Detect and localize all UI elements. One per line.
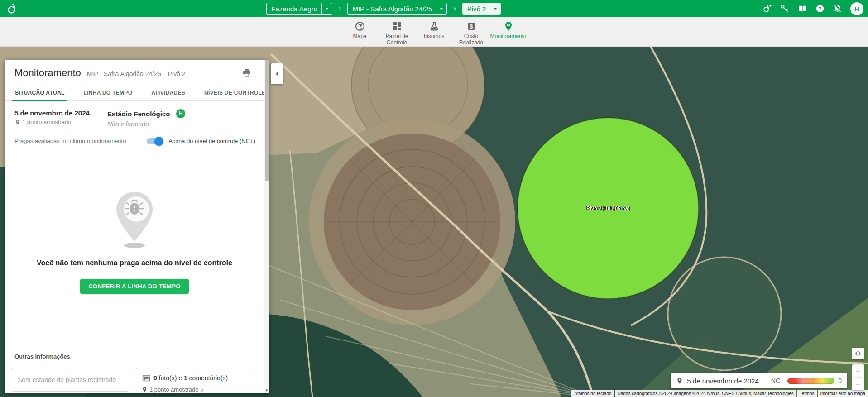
terms-link[interactable]: Termos (797, 390, 817, 397)
field-selector-label: Pivô 2 (467, 5, 486, 13)
geolocate-button[interactable] (852, 348, 864, 359)
aegro-logo[interactable] (6, 3, 18, 14)
divider (765, 376, 765, 386)
nav-item-custo-realizado[interactable]: $ Custo Realizado (453, 17, 490, 46)
app: Pivô 2 (101,05 ha) 5 de novembro de 2024… (0, 0, 868, 397)
monitoring-panel: Monitoramento MIP - Safra Algodão 24/25 … (5, 60, 269, 393)
tab-niveis-de-controle[interactable]: NÍVEIS DE CONTROLE (NC) (201, 85, 269, 100)
help-icon: ? (815, 4, 825, 14)
chevron-down-icon (490, 3, 500, 14)
target-icon (854, 350, 862, 357)
zoom-in-button[interactable]: + (852, 364, 864, 377)
dashboard-icon (392, 21, 403, 32)
sampled-link-label: 1 ponto amostrado (149, 386, 198, 393)
photos-summary: 9 foto(s) e 1 comentário(s) (142, 374, 249, 382)
chevron-right-icon: › (201, 386, 203, 393)
panel-subtitle-field: Pivô 2 (168, 70, 186, 77)
map-attribution: Atalhos do teclado Dados cartográficos ©… (571, 390, 868, 397)
tab-linha-do-tempo[interactable]: LINHA DO TEMPO (81, 85, 135, 100)
money-icon: $ (466, 21, 477, 32)
keyboard-shortcuts-link[interactable]: Atalhos do teclado (571, 390, 614, 397)
user-avatar[interactable]: H (850, 2, 863, 15)
svg-text:$: $ (470, 24, 473, 30)
integrations-button[interactable] (780, 4, 790, 14)
nav-label: Painel de Controle (379, 33, 416, 46)
farm-selector[interactable]: Fazenda Aegro (266, 3, 332, 15)
check-timeline-button[interactable]: CONFERIR A LINHA DO TEMPO (80, 279, 188, 294)
tab-situacao-atual[interactable]: SITUAÇÃO ATUAL (12, 85, 67, 100)
sampled-point-link[interactable]: 1 ponto amostrado › (142, 386, 249, 393)
globe-icon (355, 21, 365, 32)
nc-scale-value: 0 (838, 377, 842, 384)
svg-text:?: ? (819, 6, 822, 11)
key-icon (780, 4, 790, 14)
comments-count: 1 (184, 374, 187, 382)
pin-bug-icon (503, 21, 514, 32)
bell-off-icon (833, 4, 843, 14)
chevron-down-icon (321, 3, 332, 14)
print-button[interactable] (242, 68, 252, 78)
scroll-down-arrow[interactable]: ▼ (265, 388, 269, 392)
breadcrumb: Fazenda Aegro › MIP - Safra Algodão 24/2… (266, 0, 501, 17)
farm-selector-label: Fazenda Aegro (271, 5, 317, 13)
chevron-down-icon (436, 3, 446, 14)
summary-stage-column: Estádio Fenológico H Não informado (107, 109, 185, 128)
nav-item-painel-de-controle[interactable]: Painel de Controle (379, 17, 416, 46)
pin-icon (142, 387, 148, 392)
selected-field-label[interactable]: Pivô 2 (101,05 ha) (586, 206, 630, 211)
panel-tabs: SITUAÇÃO ATUAL LINHA DO TEMPO ATIVIDADES… (5, 85, 269, 101)
stage-label: Estádio Fenológico (107, 110, 170, 118)
tab-atividades[interactable]: ATIVIDADES (149, 85, 188, 100)
knowledge-base-button[interactable] (797, 4, 807, 14)
person-add-icon (762, 4, 772, 14)
chevron-left-icon (273, 72, 278, 76)
stage-help-badge[interactable]: H (176, 109, 185, 118)
monitoring-summary: 5 de novembro de 2024 1 ponto amostrado … (5, 101, 269, 128)
photos-end: comentário(s) (187, 374, 228, 382)
module-toolbar: Mapa Painel de Controle Insumos $ Custo … (0, 17, 868, 47)
photo-icon (142, 374, 151, 382)
page-title: Monitoramento (14, 67, 81, 79)
season-selector[interactable]: MIP - Safra Algodão 24/25 (347, 3, 447, 15)
map-zoom-controls: + − (852, 364, 864, 390)
pin-bug-illustration (108, 190, 161, 250)
breadcrumb-chevron: › (339, 4, 341, 13)
photos-card[interactable]: 9 foto(s) e 1 comentário(s) 1 ponto amos… (136, 368, 254, 393)
map-date-legend: 5 de novembro de 2024 NC+ 0 (671, 373, 847, 388)
nc-toggle-label: Acima do nível de controle (NC+) (168, 138, 255, 144)
nc-scale-label: NC+ (771, 377, 784, 384)
monitoring-date: 5 de novembro de 2024 (14, 109, 107, 117)
printer-icon (242, 68, 251, 77)
nav-item-monitoramento[interactable]: Monitoramento (490, 17, 527, 46)
nc-toggle[interactable] (147, 138, 162, 144)
stage-value: Não informado (107, 120, 185, 128)
notifications-muted-button[interactable] (833, 4, 843, 14)
empty-state-message: Você não tem nenhuma praga acima do níve… (37, 259, 232, 267)
panel-collapse-button[interactable] (271, 63, 283, 84)
nav-item-mapa[interactable]: Mapa (341, 17, 379, 46)
flask-icon (429, 21, 440, 32)
top-bar: Fazenda Aegro › MIP - Safra Algodão 24/2… (0, 0, 868, 17)
panel-scrollbar[interactable]: ▼ (264, 60, 269, 393)
plant-stand-field[interactable]: Sem estande de plantas registrado (12, 368, 129, 392)
nc-toggle-wrap: Acima do nível de controle (NC+) (147, 138, 255, 144)
toggle-knob (154, 137, 163, 146)
scrollbar-thumb[interactable] (265, 60, 269, 181)
invite-user-button[interactable] (762, 4, 772, 14)
report-map-error-link[interactable]: Informar erro no mapa (818, 390, 868, 397)
sampled-points-label: 1 ponto amostrado (22, 119, 71, 125)
pest-filter-label: Pragas avaliadas no último monitoramento (14, 138, 126, 144)
field-selector[interactable]: Pivô 2 (462, 3, 501, 15)
plant-stand-placeholder: Sem estande de plantas registrado (18, 376, 116, 383)
top-bar-actions: ? H (762, 0, 863, 17)
help-button[interactable]: ? (815, 4, 825, 14)
zoom-out-button[interactable]: − (852, 378, 864, 390)
panel-subtitle-season: MIP - Safra Algodão 24/25 (87, 70, 161, 77)
nav-label: Mapa (353, 33, 366, 40)
book-icon (797, 4, 807, 14)
nav-item-insumos[interactable]: Insumos (416, 17, 453, 46)
pin-icon (14, 119, 21, 125)
summary-date-column: 5 de novembro de 2024 1 ponto amostrado (14, 109, 107, 128)
breadcrumb-chevron: › (453, 4, 456, 13)
nc-gradient-scale (787, 378, 834, 384)
